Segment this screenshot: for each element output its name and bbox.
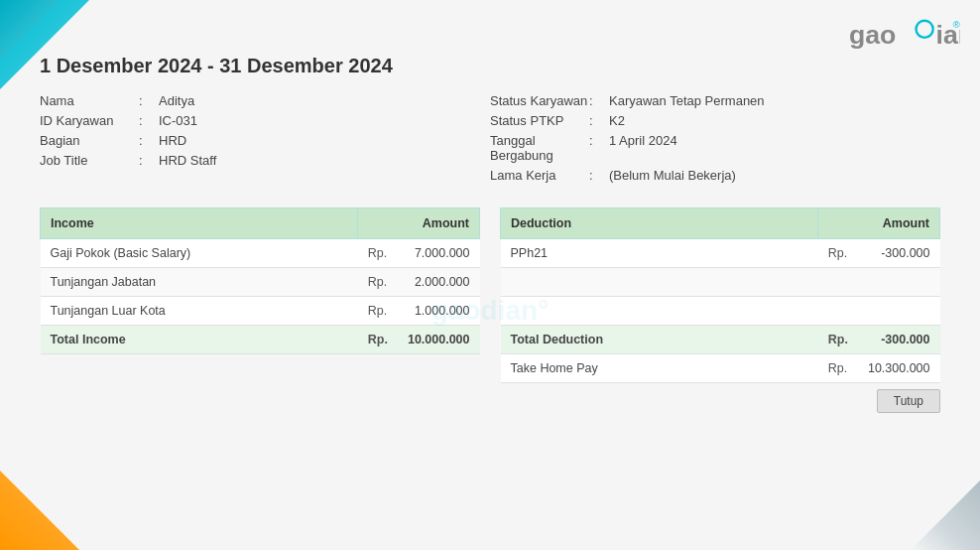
income-rp-tunjangan-kota: Rp. — [358, 297, 398, 326]
tables-section: Income Amount Gaji Pokok (Basic Salary) … — [40, 207, 940, 413]
income-total-amount: 10.000.000 — [398, 326, 480, 354]
income-amount-tunjangan-jabatan: 2.000.000 — [398, 268, 480, 297]
employee-info-left: Nama : Aditya ID Karyawan : IC-031 Bagia… — [40, 93, 490, 188]
value-nama: Aditya — [159, 93, 194, 108]
info-row-lama: Lama Kerja : (Belum Mulai Bekerja) — [490, 168, 940, 183]
svg-text:®: ® — [952, 19, 959, 30]
takehome-label: Take Home Pay — [501, 354, 818, 383]
income-total-row: Total Income Rp. 10.000.000 — [41, 326, 480, 354]
info-row-tanggal: Tanggal Bergabung : 1 April 2024 — [490, 133, 940, 163]
info-row-ptkp: Status PTKP : K2 — [490, 113, 940, 128]
value-bagian: HRD — [159, 133, 186, 148]
deduction-label-pph21: PPh21 — [501, 239, 818, 268]
income-label-gaji: Gaji Pokok (Basic Salary) — [41, 239, 358, 268]
label-nama: Nama — [40, 93, 139, 108]
income-table: Income Amount Gaji Pokok (Basic Salary) … — [40, 207, 480, 354]
info-row-status-karyawan: Status Karyawan : Karyawan Tetap Permane… — [490, 93, 940, 108]
takehome-row: Take Home Pay Rp. 10.300.000 — [501, 354, 940, 383]
tutup-button[interactable]: Tutup — [877, 389, 940, 413]
income-amount-gaji: 7.000.000 — [398, 239, 480, 268]
deduction-col-header: Deduction — [501, 208, 818, 239]
income-total-label: Total Income — [41, 326, 358, 354]
logo-image: gao ian ® — [847, 15, 960, 55]
income-amount-tunjangan-kota: 1.000.000 — [398, 297, 480, 326]
deduction-rp-pph21: Rp. — [818, 239, 858, 268]
income-total-rp: Rp. — [358, 326, 398, 354]
deduction-header-row: Deduction Amount — [501, 208, 940, 239]
label-jobtitle: Job Title — [40, 153, 139, 168]
tutup-button-container: Tutup — [500, 389, 940, 413]
deduction-empty-row-2 — [501, 297, 940, 326]
logo: gao ian ® — [847, 15, 960, 55]
value-status-karyawan: Karyawan Tetap Permanen — [609, 93, 765, 108]
svg-text:gao: gao — [849, 20, 896, 50]
label-id: ID Karyawan — [40, 113, 139, 128]
label-ptkp: Status PTKP — [490, 113, 589, 128]
deduction-table: Deduction Amount PPh21 Rp. -300.000 — [500, 207, 940, 383]
income-row-tunjangan-jabatan: Tunjangan Jabatan Rp. 2.000.000 — [41, 268, 480, 297]
label-tanggal: Tanggal Bergabung — [490, 133, 589, 163]
label-status-karyawan: Status Karyawan — [490, 93, 589, 108]
corner-decoration-bl — [0, 471, 79, 550]
income-rp-tunjangan-jabatan: Rp. — [358, 268, 398, 297]
info-row-jobtitle: Job Title : HRD Staff — [40, 153, 490, 168]
info-row-nama: Nama : Aditya — [40, 93, 490, 108]
income-header-row: Income Amount — [41, 208, 480, 239]
deduction-total-label: Total Deduction — [501, 326, 818, 354]
income-amount-header: Amount — [358, 208, 480, 239]
deduction-amount-header: Amount — [818, 208, 940, 239]
value-jobtitle: HRD Staff — [159, 153, 216, 168]
income-label-tunjangan-jabatan: Tunjangan Jabatan — [41, 268, 358, 297]
employee-info-right: Status Karyawan : Karyawan Tetap Permane… — [490, 93, 940, 188]
income-rp-gaji: Rp. — [358, 239, 398, 268]
income-table-container: Income Amount Gaji Pokok (Basic Salary) … — [40, 207, 480, 413]
svg-point-1 — [916, 21, 932, 38]
info-row-id: ID Karyawan : IC-031 — [40, 113, 490, 128]
tables-wrapper: gaodian° Income Amount Gaji Pokok (Basic… — [40, 207, 940, 413]
deduction-total-rp: Rp. — [818, 326, 858, 354]
deduction-empty-row-1 — [501, 268, 940, 297]
employee-info-section: Nama : Aditya ID Karyawan : IC-031 Bagia… — [40, 93, 940, 188]
value-tanggal: 1 April 2024 — [609, 133, 677, 148]
takehome-amount: 10.300.000 — [858, 354, 940, 383]
income-row-gaji: Gaji Pokok (Basic Salary) Rp. 7.000.000 — [41, 239, 480, 268]
income-label-tunjangan-kota: Tunjangan Luar Kota — [41, 297, 358, 326]
value-id: IC-031 — [159, 113, 197, 128]
corner-decoration-br — [911, 481, 980, 550]
info-row-bagian: Bagian : HRD — [40, 133, 490, 148]
main-content: 1 Desember 2024 - 31 Desember 2024 Nama … — [40, 55, 940, 413]
deduction-table-container: Deduction Amount PPh21 Rp. -300.000 — [500, 207, 940, 413]
income-col-header: Income — [41, 208, 358, 239]
income-row-tunjangan-kota: Tunjangan Luar Kota Rp. 1.000.000 — [41, 297, 480, 326]
deduction-total-amount: -300.000 — [858, 326, 940, 354]
deduction-total-row: Total Deduction Rp. -300.000 — [501, 326, 940, 354]
label-bagian: Bagian — [40, 133, 139, 148]
value-lama: (Belum Mulai Bekerja) — [609, 168, 736, 183]
takehome-rp: Rp. — [818, 354, 858, 383]
value-ptkp: K2 — [609, 113, 625, 128]
deduction-row-pph21: PPh21 Rp. -300.000 — [501, 239, 940, 268]
deduction-amount-pph21: -300.000 — [858, 239, 940, 268]
label-lama: Lama Kerja — [490, 168, 589, 183]
date-range-title: 1 Desember 2024 - 31 Desember 2024 — [40, 55, 940, 77]
